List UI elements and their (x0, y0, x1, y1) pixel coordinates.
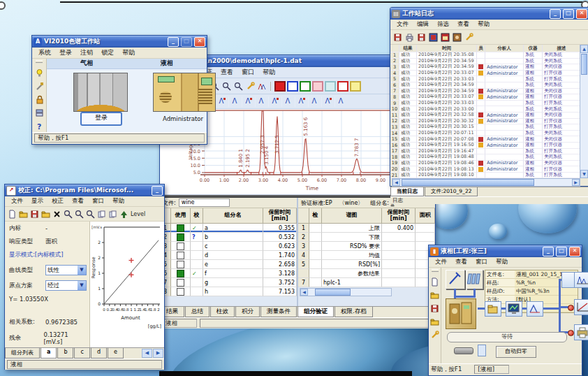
menu-item-查看[interactable]: 查看 (451, 257, 471, 267)
minimize-button[interactable]: _ (543, 247, 554, 256)
use-checkbox[interactable] (177, 224, 184, 232)
menu-item-编辑[interactable]: 编辑 (413, 20, 433, 29)
tab-总结[interactable]: 总结 (185, 307, 210, 317)
use-checkbox[interactable] (177, 252, 184, 259)
filter-system-icon[interactable] (428, 32, 439, 42)
column-button[interactable] (466, 270, 483, 289)
menu-item-帮助[interactable]: 帮助 (492, 257, 512, 267)
criteria-value[interactable] (382, 251, 416, 260)
scroll-left-icon[interactable]: ◀ (392, 179, 400, 186)
scroll-left-icon[interactable]: ◀ (142, 349, 152, 358)
calibration-node[interactable] (574, 299, 588, 315)
check-cell[interactable] (309, 269, 322, 278)
minimize-button[interactable]: _ (152, 186, 163, 196)
use-checkbox-cell[interactable] (171, 233, 191, 242)
zoom-reset-icon[interactable] (85, 209, 96, 219)
project[interactable] (429, 317, 440, 326)
scrollbar-thumb[interactable] (402, 179, 534, 186)
delete-icon[interactable] (52, 209, 62, 219)
settings-wrench-icon[interactable] (464, 32, 474, 42)
zoom-out-icon[interactable] (221, 81, 232, 91)
zoom-in-icon[interactable] (63, 209, 73, 219)
verify-table[interactable]: 检谱图保留时间[min]面积1上限0.4002下限3RSD% 要求4均值5RSD… (298, 208, 435, 287)
horizontal-baseline-icon[interactable]: Λ (295, 96, 307, 107)
toolbar-grip[interactable] (36, 60, 43, 63)
trace-color-4[interactable] (325, 81, 336, 92)
scroll-up-icon[interactable]: ▲ (580, 45, 588, 53)
use-checkbox-cell[interactable] (171, 224, 191, 233)
scroll-left-icon[interactable]: ◀ (300, 289, 308, 296)
criteria-value[interactable] (382, 269, 416, 278)
tab-组分验证[interactable]: 组分验证 (297, 307, 334, 317)
criteria-value[interactable] (382, 233, 416, 242)
overlay-peaks-icon[interactable] (257, 81, 267, 91)
lc-instrument-image[interactable] (153, 73, 216, 112)
level-up-icon[interactable] (119, 209, 129, 219)
menu-item-帮助[interactable]: 帮助 (108, 196, 128, 206)
tab-权限.存档[interactable]: 权限.存档 (335, 307, 373, 317)
menu-item-查看[interactable]: 查看 (68, 196, 88, 206)
settings[interactable] (429, 330, 440, 340)
negative-peak-icon[interactable]: Λ (321, 96, 333, 107)
tab-c[interactable]: c (74, 348, 89, 359)
tab-d[interactable]: d (91, 348, 107, 359)
calibration-titlebar[interactable]: ↗ 校正: C:\Program Files\Microsof... _ (5, 185, 164, 196)
tip-icon[interactable] (34, 68, 45, 78)
menu-item-窗口[interactable]: 窗口 (88, 196, 108, 206)
save-icon[interactable] (416, 32, 427, 42)
save[interactable] (429, 303, 440, 313)
use-checkbox[interactable] (177, 279, 184, 287)
menu-item-查看[interactable]: 查看 (216, 67, 237, 78)
close-button[interactable]: ✕ (569, 247, 580, 256)
maximize-button[interactable]: □ (181, 37, 192, 47)
gc-instrument-image[interactable] (73, 73, 128, 112)
check-cell[interactable] (309, 251, 322, 260)
close-button[interactable]: ✕ (576, 9, 587, 19)
open-icon[interactable] (18, 209, 29, 219)
menu-item-显示[interactable]: 显示 (27, 196, 47, 206)
log-hscrollbar[interactable]: ◀ ▶ (392, 178, 580, 187)
component-table[interactable]: 使用校组分名保留时间[min]1✓a0.3552?b0.5323c0.6234d… (160, 208, 297, 296)
tab-文件:2010_9_22[interactable]: 文件:2010_9_22 (425, 187, 478, 196)
new[interactable] (429, 277, 440, 287)
tab-测量条件[interactable]: 测量条件 (260, 307, 297, 317)
use-checkbox-cell[interactable] (171, 242, 191, 251)
criteria-value[interactable] (382, 242, 416, 251)
use-checkbox[interactable] (177, 233, 184, 241)
tangent-skim-icon[interactable]: Λ (281, 96, 293, 107)
menu-item-窗口[interactable]: 窗口 (237, 67, 258, 78)
use-checkbox-cell[interactable] (171, 269, 191, 278)
page-prev-icon[interactable] (96, 209, 107, 219)
trace-color-2[interactable] (300, 81, 311, 92)
filter-user-icon[interactable] (452, 32, 462, 42)
scroll-right-icon[interactable]: ▶ (572, 179, 580, 186)
criteria-value[interactable]: 0.400 (382, 224, 416, 233)
trace-color-1[interactable] (287, 81, 298, 92)
acquisition-node[interactable] (485, 301, 501, 317)
use-checkbox[interactable] (177, 243, 184, 250)
cal-dropdown-1[interactable]: 经过▼ (45, 280, 87, 291)
drop-line-icon[interactable]: Λ (242, 96, 253, 107)
menu-item-筛选[interactable]: 筛选 (433, 20, 453, 29)
menu-item-帮助[interactable]: 帮助 (118, 48, 139, 58)
print-icon[interactable] (404, 32, 415, 42)
menu-item-系统[interactable]: 系统 (34, 48, 55, 58)
archive-icon[interactable] (34, 108, 45, 117)
use-checkbox[interactable] (177, 270, 184, 277)
menu-item-校正[interactable]: 校正 (47, 196, 68, 206)
move-peak-start-icon[interactable]: Λ (215, 96, 227, 107)
clamp-baseline-icon[interactable]: Λ (335, 96, 346, 107)
save-icon[interactable] (29, 209, 40, 219)
check-cell[interactable] (309, 260, 322, 269)
menu-item-窗口[interactable]: 窗口 (471, 257, 492, 267)
menu-item-文件[interactable]: 文件 (392, 20, 413, 29)
file-value-field[interactable]: wine (179, 198, 230, 207)
report-node[interactable] (574, 324, 588, 340)
maximize-button[interactable]: □ (556, 247, 567, 256)
scroll-right-icon[interactable]: ▶ (153, 349, 163, 358)
tab-组分列表[interactable]: 组分列表 (5, 348, 40, 359)
verify-table-hscrollbar[interactable]: ◀ (300, 288, 392, 296)
integration-node[interactable] (527, 301, 543, 317)
criteria-value[interactable] (382, 260, 416, 269)
chevron-down-icon[interactable]: ▼ (78, 281, 86, 290)
